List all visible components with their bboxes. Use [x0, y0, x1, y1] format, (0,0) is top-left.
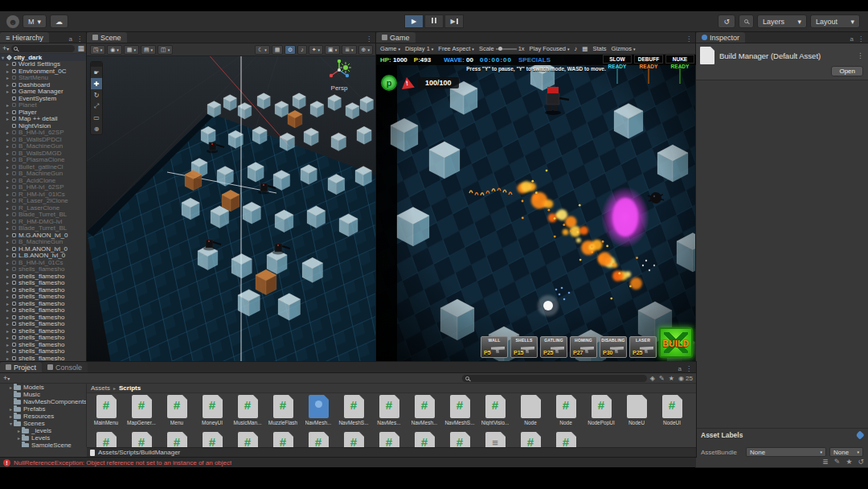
hierarchy-item[interactable]: ▸ R_Laser_2lClone	[0, 198, 87, 205]
hierarchy-item[interactable]: ▸ R_LaserClone	[0, 204, 87, 212]
variant-dropdown[interactable]: None▾	[829, 447, 863, 457]
layout-dropdown[interactable]: Layout ▾	[810, 14, 860, 28]
panel-menu-icon[interactable]: ⋮	[686, 35, 692, 43]
hierarchy-item[interactable]: ▸ B_MachineGun	[0, 143, 87, 150]
hierarchy-item[interactable]: ▸ R_HM-lvl_01lCs	[0, 191, 87, 198]
lock-icon[interactable]: a	[850, 35, 854, 43]
game-gizmos-dropdown[interactable]: Gizmos▾	[611, 45, 635, 52]
perspective-label[interactable]: Persp	[323, 84, 355, 92]
cloud-button[interactable]: ☁	[50, 14, 68, 28]
open-button[interactable]: Open	[831, 66, 863, 76]
hierarchy-item[interactable]: ▸ B_HM-lvl_62SP	[0, 129, 87, 137]
hierarchy-item[interactable]: ▸ Dashboard	[0, 81, 87, 88]
asset-item[interactable]	[477, 430, 513, 447]
lock-icon[interactable]: a	[678, 365, 682, 372]
hierarchy-item[interactable]: ▸ shells_flamesho	[0, 266, 87, 273]
tab-console[interactable]: Console	[42, 362, 88, 372]
asset-item[interactable]: NodeUI	[654, 393, 690, 425]
edit-icon[interactable]: ✎	[659, 375, 665, 382]
hierarchy-item[interactable]: ▸ shells_flamesho	[0, 300, 87, 307]
asset-item[interactable]: NightVisio...	[477, 393, 513, 425]
asset-item[interactable]	[371, 430, 407, 447]
draw-mode-dropdown[interactable]: ◳▾	[90, 45, 105, 55]
folder-row[interactable]: ▸ Models	[0, 384, 86, 391]
effects-dropdown[interactable]: ✦▾	[309, 45, 323, 55]
scene-viewport[interactable]	[87, 56, 376, 362]
camera-dropdown[interactable]: ▣▾	[325, 45, 340, 55]
asset-item[interactable]	[159, 430, 194, 447]
hierarchy-item[interactable]: ▸ B_AcidClone	[0, 177, 87, 184]
asset-item[interactable]	[513, 430, 548, 447]
asset-item[interactable]	[442, 430, 477, 447]
folder-row[interactable]: ▸ Levels	[0, 434, 86, 442]
asset-item[interactable]: NavMeshS...	[442, 393, 477, 425]
hierarchy-item[interactable]: ▸ B_HM-lvl_01Cs	[0, 259, 87, 266]
hierarchy-item[interactable]: ▸ shells_flamesho	[0, 314, 87, 321]
special-ability-button[interactable]: NUKE READY	[665, 55, 694, 84]
aspect-dropdown[interactable]: Free Aspect▾	[438, 45, 474, 52]
rotate-tool[interactable]: ↻	[91, 89, 102, 101]
weapon-button[interactable]: LASER P25	[629, 336, 657, 358]
breadcrumb-scripts[interactable]: Scripts	[119, 384, 141, 392]
hierarchy-item[interactable]: ▸ B_MachineGun	[0, 239, 87, 246]
orientation-gizmo[interactable]: Persp	[323, 60, 355, 92]
hierarchy-item[interactable]: ▸ Blade_Turret_BL	[0, 212, 87, 219]
hierarchy-item[interactable]: ▸ R_HM-DMG-lvl	[0, 218, 87, 225]
project-search-input[interactable]	[462, 375, 647, 382]
asset-item[interactable]: MapGener...	[124, 393, 159, 425]
breadcrumb-assets[interactable]: Assets	[91, 384, 110, 392]
tab-inspector[interactable]: Inspector	[696, 32, 745, 43]
asset-item[interactable]	[124, 430, 159, 447]
hierarchy-item[interactable]: ▸ B_PlasmaClone	[0, 157, 87, 164]
hierarchy-item[interactable]: ▸ shells_flamesho	[0, 294, 87, 301]
asset-item[interactable]: MoneyUI	[194, 393, 230, 425]
grid-settings-dropdown[interactable]: ▦▾	[124, 45, 139, 55]
hierarchy-item[interactable]: EventSystem	[0, 95, 87, 102]
hierarchy-item[interactable]: ▸ shells_flamesho	[0, 327, 87, 335]
vsync-toggle[interactable]: ▦	[582, 45, 588, 52]
scale-tool[interactable]: ⤢	[91, 101, 102, 112]
tab-game[interactable]: Game	[376, 32, 416, 43]
hierarchy-item[interactable]: NightVision	[0, 122, 87, 129]
audio-toggle[interactable]: ♪	[297, 45, 307, 55]
create-object-button[interactable]: +▾	[2, 44, 9, 52]
weapon-button[interactable]: HOMING P27	[570, 336, 597, 358]
label-tag-icon[interactable]	[855, 430, 864, 439]
account-menu-button[interactable]: M ▾	[23, 14, 47, 28]
asset-item[interactable]: NavMesh...	[407, 393, 442, 425]
star-icon[interactable]: ★	[845, 458, 852, 466]
overlays-dropdown[interactable]: ≣▾	[342, 45, 356, 55]
filter-type-icon[interactable]: ◈	[650, 375, 655, 382]
move-tool[interactable]: ✚	[91, 78, 102, 89]
hierarchy-item[interactable]: ▸ B_MachineGun	[0, 171, 87, 178]
hierarchy-item[interactable]: ▸ shells_flamesho	[0, 307, 87, 314]
tab-project[interactable]: Project	[0, 362, 42, 372]
focus-dropdown[interactable]: Play Focused▾	[530, 45, 570, 52]
asset-item[interactable]	[548, 430, 583, 447]
hierarchy-item[interactable]: ▸ Bullet_gatlineCl	[0, 163, 87, 171]
play-button[interactable]: ▶	[404, 14, 424, 28]
tab-scene[interactable]: Scene	[87, 32, 127, 43]
asset-item[interactable]	[336, 430, 371, 447]
layout-mode-dropdown[interactable]: ▤▾	[141, 45, 156, 55]
panel-menu-icon[interactable]: ⋮	[686, 365, 692, 372]
hierarchy-search-input[interactable]	[11, 45, 75, 52]
weapon-button[interactable]: WALL P5	[481, 336, 508, 358]
asset-item[interactable]: NodeU	[619, 393, 654, 425]
hierarchy-item[interactable]: ▸ B_HM-lvl_62SP	[0, 184, 87, 191]
folder-row[interactable]: SampleScene	[0, 442, 86, 447]
refresh-icon[interactable]: ↺	[858, 458, 864, 466]
create-asset-button[interactable]: +▾	[3, 374, 10, 382]
mirror-dropdown[interactable]: ◫▾	[158, 45, 173, 55]
asset-item[interactable]	[194, 430, 230, 447]
rect-tool[interactable]: ▭	[91, 112, 102, 123]
asset-item[interactable]	[88, 430, 124, 447]
undo-history-button[interactable]: ↺	[718, 14, 735, 28]
asset-item[interactable]: NavMes...	[371, 393, 407, 425]
hand-tool[interactable]: ☛	[91, 67, 102, 78]
panel-menu-icon[interactable]: ⋮	[76, 35, 83, 43]
hierarchy-item[interactable]: ▸ Player	[0, 109, 87, 116]
weapon-button[interactable]: SHELLS P15	[510, 336, 538, 358]
shading-dropdown[interactable]: ◉▾	[107, 45, 122, 55]
panel-menu-icon[interactable]: ⋮	[366, 35, 372, 43]
